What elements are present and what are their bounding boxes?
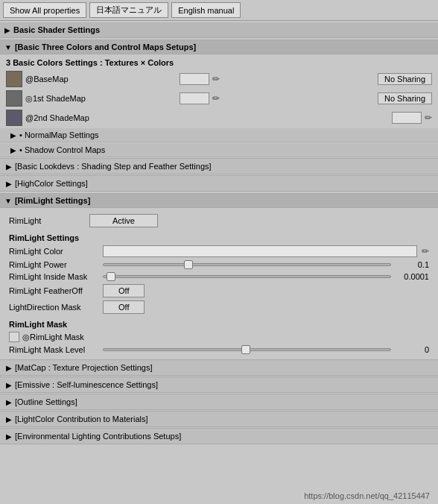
rimlight-insidemask-track[interactable] bbox=[103, 275, 391, 278]
lightdir-label: LightDirection Mask bbox=[9, 303, 98, 312]
basemap-picker-icon[interactable]: ✏ bbox=[212, 74, 220, 84]
rimlight-active-row: RimLight Active bbox=[9, 211, 429, 230]
basic-lookdevs-header[interactable]: ▶ [Basic Lookdevs : Shading Step and Fea… bbox=[0, 158, 438, 174]
normalmap-header[interactable]: ▶ • NormalMap Settings bbox=[0, 128, 438, 142]
rimlight-insidemask-label: RimLight Inside Mask bbox=[9, 272, 98, 281]
rimlight-mask-checkbox[interactable] bbox=[9, 332, 19, 342]
shadow-control-header[interactable]: ▶ • Shadow Control Maps bbox=[0, 143, 438, 157]
environmental-arrow: ▶ bbox=[6, 432, 12, 441]
rimlight-featheroff-label: RimLight FeatherOff bbox=[9, 286, 98, 295]
basic-shader-arrow: ▶ bbox=[4, 26, 10, 34]
rimlight-section-label: [RimLight Settings] bbox=[15, 196, 90, 205]
rimlight-insidemask-thumb[interactable] bbox=[107, 272, 115, 281]
lightdir-button[interactable]: Off bbox=[103, 300, 145, 314]
rimlight-masklevel-label: RimLight Mask Level bbox=[9, 345, 98, 354]
main-panel: ▶ Basic Shader Settings ▼ [Basic Three C… bbox=[0, 21, 438, 446]
rimlight-content: RimLight Active RimLight Settings RimLig… bbox=[0, 208, 438, 359]
highcolor-label: [HighColor Settings] bbox=[15, 179, 88, 188]
environmental-label: [Environmental Lighting Contributions Se… bbox=[15, 432, 181, 441]
rimlight-insidemask-value: 0.0001 bbox=[396, 272, 429, 281]
shademap1-thumb bbox=[6, 90, 22, 107]
three-colors-title: 3 Basic Colors Settings : Textures × Col… bbox=[0, 54, 438, 69]
environmental-header[interactable]: ▶ [Environmental Lighting Contributions … bbox=[0, 428, 438, 444]
emissive-label: [Emissive : Self-luminescence Settings] bbox=[15, 380, 158, 389]
lightcolor-header[interactable]: ▶ [LightColor Contribution to Materials] bbox=[0, 411, 438, 427]
rimlight-power-track[interactable] bbox=[103, 263, 391, 266]
rimlight-masklevel-track[interactable] bbox=[103, 348, 391, 351]
basic-shader-section-header[interactable]: ▶ Basic Shader Settings bbox=[0, 22, 438, 38]
outline-arrow: ▶ bbox=[6, 398, 12, 406]
rimlight-power-value: 0.1 bbox=[396, 260, 429, 269]
shademap2-color[interactable] bbox=[392, 112, 422, 124]
matcap-label: [MatCap : Texture Projection Settings] bbox=[15, 363, 152, 372]
watermark: https://blog.csdn.net/qq_42115447 bbox=[302, 491, 432, 501]
rimlight-color-row: RimLight Color ✏ bbox=[9, 244, 429, 259]
highcolor-arrow: ▶ bbox=[6, 180, 12, 188]
shadow-control-label: • Shadow Control Maps bbox=[19, 145, 105, 154]
japanese-manual-button[interactable]: 日本語マニュアル bbox=[89, 2, 168, 18]
shademap1-sharing-button[interactable]: No Sharing bbox=[378, 92, 432, 104]
rimlight-masklevel-value: 0 bbox=[396, 345, 429, 354]
rimlight-color-label: RimLight Color bbox=[9, 247, 98, 256]
shademap2-picker-icon[interactable]: ✏ bbox=[425, 113, 432, 123]
normalmap-label: • NormalMap Settings bbox=[19, 130, 99, 139]
lightcolor-arrow: ▶ bbox=[6, 415, 12, 423]
shadow-control-arrow: ▶ bbox=[10, 146, 16, 154]
rimlight-header[interactable]: ▼ [RimLight Settings] bbox=[0, 193, 438, 208]
rimlight-active-label: RimLight bbox=[9, 216, 83, 225]
emissive-arrow: ▶ bbox=[6, 381, 12, 389]
shademap1-color[interactable] bbox=[180, 92, 209, 104]
rimlight-settings-title: RimLight Settings bbox=[9, 230, 429, 244]
rimlight-mask-checkbox-label: ◎RimLight Mask bbox=[22, 333, 84, 342]
three-colors-content: 3 Basic Colors Settings : Textures × Col… bbox=[0, 54, 438, 127]
matcap-arrow: ▶ bbox=[6, 364, 12, 372]
rimlight-power-row: RimLight Power 0.1 bbox=[9, 259, 429, 271]
emissive-header[interactable]: ▶ [Emissive : Self-luminescence Settings… bbox=[0, 377, 438, 393]
shademap2-label: @2nd ShadeMap bbox=[25, 113, 389, 122]
shademap1-picker-icon[interactable]: ✏ bbox=[212, 93, 220, 104]
rimlight-power-thumb[interactable] bbox=[184, 260, 193, 269]
rimlight-masklevel-thumb[interactable] bbox=[241, 345, 250, 354]
basemap-sharing-button[interactable]: No Sharing bbox=[378, 73, 432, 85]
three-colors-header[interactable]: ▼ [Basic Three Colors and Control Maps S… bbox=[0, 40, 438, 54]
show-all-button[interactable]: Show All properties bbox=[3, 2, 86, 18]
basemap-thumb bbox=[6, 71, 22, 87]
rimlight-active-button[interactable]: Active bbox=[89, 214, 158, 227]
rimlight-color-box[interactable] bbox=[103, 245, 417, 257]
shademap1-row: ◎1st ShadeMap ✏ No Sharing bbox=[0, 89, 438, 108]
highcolor-header[interactable]: ▶ [HighColor Settings] bbox=[0, 175, 438, 192]
toolbar: Show All properties 日本語マニュアル English man… bbox=[0, 0, 438, 21]
basemap-row: @BaseMap ✏ No Sharing bbox=[0, 69, 438, 89]
basic-lookdevs-arrow: ▶ bbox=[6, 163, 12, 171]
basemap-color[interactable] bbox=[180, 73, 209, 85]
rimlight-featheroff-row: RimLight FeatherOff Off bbox=[9, 283, 429, 299]
lightcolor-label: [LightColor Contribution to Materials] bbox=[15, 415, 148, 423]
shademap1-label: ◎1st ShadeMap bbox=[25, 94, 177, 104]
rimlight-mask-title: RimLight Mask bbox=[9, 315, 429, 330]
matcap-header[interactable]: ▶ [MatCap : Texture Projection Settings] bbox=[0, 359, 438, 376]
basemap-label: @BaseMap bbox=[25, 75, 177, 84]
outline-label: [Outline Settings] bbox=[15, 397, 77, 406]
rimlight-power-label: RimLight Power bbox=[9, 260, 98, 269]
three-colors-label: [Basic Three Colors and Control Maps Set… bbox=[15, 42, 196, 51]
shademap2-row: @2nd ShadeMap ✏ bbox=[0, 108, 438, 127]
basic-lookdevs-label: [Basic Lookdevs : Shading Step and Feath… bbox=[15, 162, 212, 171]
three-colors-arrow: ▼ bbox=[4, 43, 12, 51]
shademap2-thumb bbox=[6, 110, 22, 126]
rimlight-mask-checkbox-row: ◎RimLight Mask bbox=[9, 330, 429, 344]
rimlight-color-picker-icon[interactable]: ✏ bbox=[422, 246, 429, 256]
normalmap-arrow: ▶ bbox=[10, 131, 16, 139]
rimlight-featheroff-button[interactable]: Off bbox=[103, 284, 145, 297]
rimlight-arrow: ▼ bbox=[4, 197, 12, 205]
outline-header[interactable]: ▶ [Outline Settings] bbox=[0, 394, 438, 410]
basic-shader-label: Basic Shader Settings bbox=[13, 25, 100, 34]
rimlight-masklevel-row: RimLight Mask Level 0 bbox=[9, 344, 429, 356]
english-manual-button[interactable]: English manual bbox=[171, 2, 241, 18]
lightdir-row: LightDirection Mask Off bbox=[9, 299, 429, 315]
rimlight-insidemask-row: RimLight Inside Mask 0.0001 bbox=[9, 271, 429, 283]
